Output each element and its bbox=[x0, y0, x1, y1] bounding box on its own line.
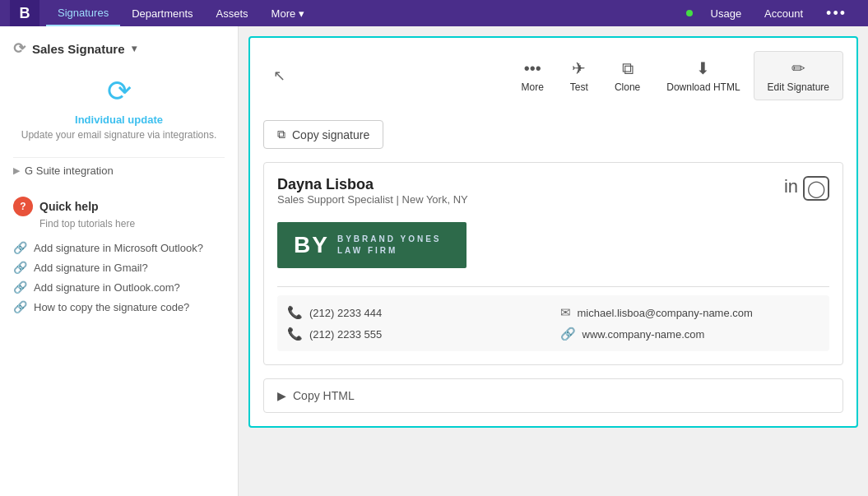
download-html-button[interactable]: ⬇ Download HTML bbox=[653, 52, 753, 100]
phone-icon: 📞 bbox=[287, 305, 303, 320]
help-link-outlook[interactable]: 🔗 Add signature in Microsoft Outlook? bbox=[13, 238, 225, 257]
download-icon: ⬇ bbox=[696, 58, 710, 78]
phone2-row: 📞 (212) 2233 555 bbox=[287, 327, 547, 341]
logo-firm-name: BYBRAND YONES LAW FIRM bbox=[337, 234, 442, 257]
help-link-label-3: How to copy the signature code? bbox=[34, 301, 189, 313]
signature-divider bbox=[277, 286, 829, 287]
link-icon: 🔗 bbox=[13, 280, 27, 294]
email-icon: ✉ bbox=[560, 305, 571, 320]
email-row: ✉ michael.lisboa@company-name.com bbox=[560, 305, 820, 320]
phone2-value: (212) 2233 555 bbox=[309, 328, 382, 341]
test-icon: ✈ bbox=[572, 58, 586, 78]
logo-letters: BY bbox=[294, 232, 329, 258]
chevron-right-icon: ▶ bbox=[13, 165, 20, 176]
signature-person-name: Dayna Lisboa bbox=[277, 176, 468, 193]
gsuite-integration-row[interactable]: ▶ G Suite integration bbox=[13, 157, 225, 183]
website-icon: 🔗 bbox=[560, 327, 576, 341]
signature-contacts: 📞 (212) 2233 444 ✉ michael.lisboa@compan… bbox=[277, 295, 829, 351]
phone1-row: 📞 (212) 2233 444 bbox=[287, 305, 547, 320]
clone-button[interactable]: ⧉ Clone bbox=[601, 53, 653, 100]
quick-help-header: ? Quick help bbox=[13, 197, 225, 216]
nav-ellipsis[interactable]: ••• bbox=[815, 0, 858, 26]
more-label: More bbox=[522, 81, 544, 93]
edit-icon: ✏ bbox=[791, 58, 805, 78]
signature-card-header: Dayna Lisboa Sales Support Specialist | … bbox=[277, 176, 829, 206]
chevron-down-icon: ▾ bbox=[299, 7, 304, 20]
nav-usage[interactable]: Usage bbox=[699, 0, 754, 26]
toolbar: ↖ ••• More ✈ Test ⧉ Clone ⬇ Download HTM… bbox=[263, 51, 843, 107]
linkedin-icon[interactable]: in bbox=[784, 176, 798, 201]
main-layout: ⟳ Sales Signature ▾ ⟳ Individual update … bbox=[0, 26, 868, 496]
signature-info: Dayna Lisboa Sales Support Specialist | … bbox=[277, 176, 468, 206]
clone-label: Clone bbox=[615, 81, 640, 93]
link-icon: 🔗 bbox=[13, 300, 27, 313]
sidebar: ⟳ Sales Signature ▾ ⟳ Individual update … bbox=[0, 26, 239, 496]
copy-signature-button[interactable]: ⧉ Copy signature bbox=[263, 120, 383, 149]
edit-signature-button[interactable]: ✏ Edit Signature bbox=[754, 51, 843, 100]
more-icon: ••• bbox=[524, 59, 541, 78]
nav-departments[interactable]: Departments bbox=[120, 0, 204, 26]
help-link-outlookcom[interactable]: 🔗 Add signature in Outlook.com? bbox=[13, 277, 225, 297]
edit-label: Edit Signature bbox=[768, 81, 829, 93]
quick-help-section: ? Quick help Find top tutorials here 🔗 A… bbox=[13, 197, 225, 317]
nav-assets[interactable]: Assets bbox=[205, 0, 260, 26]
website-value: www.company-name.com bbox=[583, 328, 705, 341]
nav-signatures[interactable]: Signatures bbox=[46, 0, 120, 26]
quick-help-subtitle: Find top tutorials here bbox=[39, 218, 225, 229]
nav-more[interactable]: More ▾ bbox=[260, 0, 317, 26]
help-link-label-2: Add signature in Outlook.com? bbox=[34, 281, 180, 294]
website-row: 🔗 www.company-name.com bbox=[560, 327, 820, 341]
link-icon: 🔗 bbox=[13, 241, 27, 254]
help-link-label-1: Add signature in Gmail? bbox=[34, 262, 148, 274]
copy-signature-label: Copy signature bbox=[292, 128, 369, 141]
clone-icon: ⧉ bbox=[622, 59, 634, 78]
link-icon: 🔗 bbox=[13, 261, 27, 274]
email-value: michael.lisboa@company-name.com bbox=[578, 307, 753, 319]
nav-account[interactable]: Account bbox=[753, 0, 815, 26]
test-button[interactable]: ✈ Test bbox=[557, 52, 601, 100]
instagram-icon[interactable]: ◯ bbox=[803, 176, 829, 201]
help-link-copy-code[interactable]: 🔗 How to copy the signature code? bbox=[13, 297, 225, 317]
download-label: Download HTML bbox=[666, 81, 740, 93]
gsuite-label: G Suite integration bbox=[25, 165, 114, 177]
brand-logo: B bbox=[10, 0, 39, 26]
copy-html-label: Copy HTML bbox=[293, 389, 355, 402]
top-navigation: B Signatures Departments Assets More ▾ U… bbox=[0, 0, 868, 26]
status-dot bbox=[686, 10, 693, 16]
refresh-icon-big: ⟳ bbox=[13, 74, 225, 109]
individual-update-section: ⟳ Individual update Update your email si… bbox=[13, 74, 225, 141]
help-link-gmail[interactable]: 🔗 Add signature in Gmail? bbox=[13, 257, 225, 277]
individual-update-label: Individual update bbox=[13, 114, 225, 126]
phone2-icon: 📞 bbox=[287, 327, 303, 341]
help-icon: ? bbox=[13, 197, 33, 216]
signature-panel: ↖ ••• More ✈ Test ⧉ Clone ⬇ Download HTM… bbox=[248, 36, 858, 428]
sync-icon: ⟳ bbox=[13, 39, 26, 58]
test-label: Test bbox=[570, 81, 588, 93]
chevron-down-icon: ▾ bbox=[132, 43, 137, 54]
chevron-right-icon: ▶ bbox=[277, 389, 286, 402]
copy-icon: ⧉ bbox=[277, 127, 285, 141]
signature-selector[interactable]: ⟳ Sales Signature ▾ bbox=[13, 39, 225, 58]
copy-html-row[interactable]: ▶ Copy HTML bbox=[263, 378, 843, 413]
signature-name: Sales Signature bbox=[32, 42, 125, 56]
signature-person-title: Sales Support Specialist | New York, NY bbox=[277, 193, 468, 206]
individual-update-description: Update your email signature via integrat… bbox=[13, 129, 225, 141]
phone1-value: (212) 2233 444 bbox=[309, 307, 382, 319]
social-icons: in ◯ bbox=[784, 176, 829, 201]
cursor-arrow-icon: ↖ bbox=[263, 60, 295, 91]
content-area: ↖ ••• More ✈ Test ⧉ Clone ⬇ Download HTM… bbox=[239, 26, 868, 496]
help-link-label-0: Add signature in Microsoft Outlook? bbox=[34, 242, 203, 254]
company-logo: BY BYBRAND YONES LAW FIRM bbox=[277, 222, 466, 268]
more-button[interactable]: ••• More bbox=[508, 53, 557, 100]
signature-card: Dayna Lisboa Sales Support Specialist | … bbox=[263, 162, 843, 365]
quick-help-title: Quick help bbox=[39, 200, 99, 213]
